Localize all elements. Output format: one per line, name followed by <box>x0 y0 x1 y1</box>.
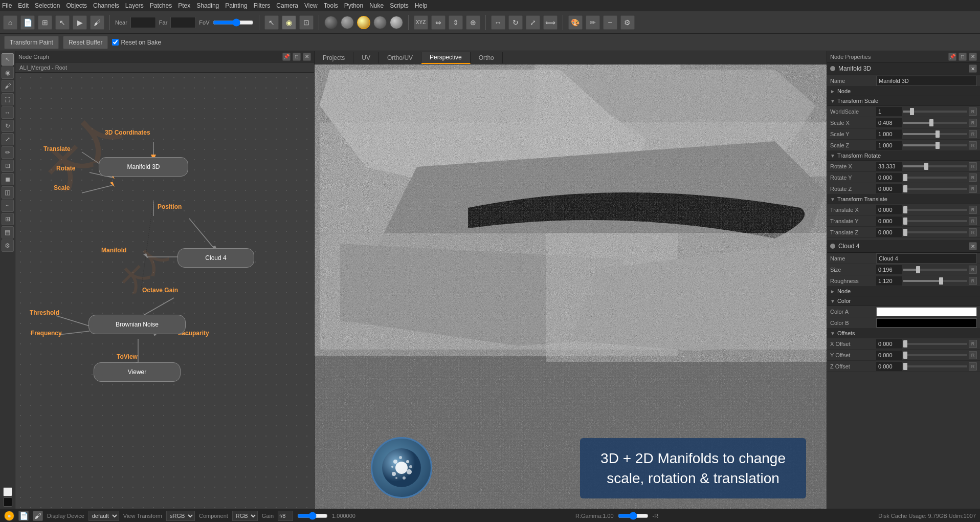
paint2-icon[interactable]: 🎨 <box>568 15 583 30</box>
rotate-x-slider[interactable] <box>903 163 967 170</box>
eraser-icon[interactable]: ✏ <box>586 15 600 30</box>
translate-z-input[interactable] <box>876 228 902 237</box>
menu-item-camera[interactable]: Camera <box>276 2 298 9</box>
scale-icon[interactable]: ⤢ <box>526 15 540 30</box>
menu-item-python[interactable]: Python <box>344 2 363 9</box>
tab-ortho[interactable]: Ortho <box>471 52 503 63</box>
node-section-header[interactable]: ► Node <box>827 86 980 96</box>
tool-pen[interactable]: ✏ <box>2 146 14 159</box>
translate-y-r[interactable]: R <box>969 217 977 225</box>
size-input[interactable] <box>876 265 902 274</box>
rotate-y-slider[interactable] <box>903 174 967 181</box>
menu-item-file[interactable]: File <box>2 2 12 9</box>
menu-item-view[interactable]: View <box>304 2 318 9</box>
menu-item-painting[interactable]: Painting <box>225 2 247 9</box>
tool-smear[interactable]: ~ <box>2 200 14 212</box>
sphere-brush[interactable] <box>390 16 403 29</box>
translate-z-slider[interactable] <box>903 229 967 236</box>
scale-z-input[interactable] <box>876 141 902 150</box>
tool-transform[interactable]: ↔ <box>2 106 14 119</box>
y-offset-input[interactable] <box>876 351 902 360</box>
node-viewer[interactable]: Viewer <box>94 362 181 382</box>
scale-y-r[interactable]: R <box>969 130 977 138</box>
cursor-icon[interactable]: ↖ <box>55 15 70 30</box>
roughness-r[interactable]: R <box>969 277 977 285</box>
menu-item-layers[interactable]: Layers <box>125 2 144 9</box>
name-input[interactable] <box>876 76 977 86</box>
translate-x-input[interactable] <box>876 205 902 214</box>
tool-paint[interactable]: ◉ <box>2 67 14 79</box>
node-panel-close[interactable]: ✕ <box>303 53 311 61</box>
y-offset-slider[interactable] <box>903 352 967 359</box>
x-offset-slider[interactable] <box>903 340 967 347</box>
menu-item-edit[interactable]: Edit <box>18 2 29 9</box>
tool-color-black[interactable] <box>3 497 12 507</box>
tool-brush[interactable]: 🖌 <box>2 80 14 92</box>
cloud4-name-input[interactable] <box>876 253 977 264</box>
reset-on-bake-checkbox[interactable]: Reset on Bake <box>112 39 161 46</box>
rotate-x-r[interactable]: R <box>969 162 977 170</box>
status-icon[interactable]: ● <box>4 511 14 521</box>
home-icon[interactable]: ⌂ <box>3 15 17 30</box>
component-select[interactable]: RGB <box>232 511 258 521</box>
menu-item-filters[interactable]: Filters <box>254 2 271 9</box>
x-offset-input[interactable] <box>876 339 902 349</box>
scale-z-r[interactable]: R <box>969 141 977 149</box>
file-icon[interactable]: 📄 <box>20 15 35 30</box>
cloud4-node-header[interactable]: ► Node <box>827 287 980 296</box>
world-scale-r[interactable]: R <box>969 107 977 116</box>
rotate-y-r[interactable]: R <box>969 173 977 182</box>
menu-item-help[interactable]: Help <box>415 2 428 9</box>
rotate-icon[interactable]: ↻ <box>508 15 523 30</box>
menu-item-tools[interactable]: Tools <box>324 2 338 9</box>
sphere-orange[interactable] <box>357 16 370 29</box>
transform-icon[interactable]: ↔ <box>491 15 505 30</box>
color-b-swatch[interactable] <box>876 318 977 328</box>
offsets-section-header[interactable]: ▼ Offsets <box>827 329 980 338</box>
scale-y-slider[interactable] <box>903 130 967 138</box>
tool-select[interactable]: ⬚ <box>2 93 14 105</box>
translate-y-slider[interactable] <box>903 217 967 225</box>
x-offset-r[interactable]: R <box>969 340 977 348</box>
menu-item-scripts[interactable]: Scripts <box>390 2 409 9</box>
settings-icon[interactable]: ⚙ <box>620 15 635 30</box>
sphere-dark[interactable] <box>324 16 338 29</box>
stamp-icon[interactable]: ⊡ <box>299 15 314 30</box>
node-cloud4[interactable]: Cloud 4 <box>177 248 254 268</box>
roughness-slider[interactable] <box>903 277 967 285</box>
menu-item-objects[interactable]: Objects <box>66 2 87 9</box>
brush-icon[interactable]: 🖌 <box>90 15 104 30</box>
tool-rotate[interactable]: ↻ <box>2 120 14 132</box>
paint-icon[interactable]: ◉ <box>282 15 296 30</box>
viewport-content[interactable]: 3D + 2D Manifolds to changescale, rotati… <box>315 64 827 509</box>
translate-x-slider[interactable] <box>903 206 967 213</box>
mirror-icon[interactable]: ⟺ <box>543 15 558 30</box>
menu-item-patches[interactable]: Patches <box>150 2 172 9</box>
menu-item-selection[interactable]: Selection <box>35 2 60 9</box>
tab-perspective[interactable]: Perspective <box>421 52 471 64</box>
tool-clone[interactable]: ⊡ <box>2 160 14 172</box>
node-panel-pin[interactable]: 📌 <box>282 53 291 61</box>
manifold3d-close[interactable]: ✕ <box>969 64 977 73</box>
tab-projects[interactable]: Projects <box>315 52 353 63</box>
tool-fill[interactable]: ◼ <box>2 173 14 185</box>
rotate-z-input[interactable] <box>876 184 902 193</box>
scale-x-input[interactable] <box>876 118 902 127</box>
tool-eraser[interactable]: ◫ <box>2 186 14 199</box>
xyz-icon[interactable]: XYZ <box>414 15 428 30</box>
scale-y-input[interactable] <box>876 129 902 139</box>
node-panel-maximize[interactable]: □ <box>293 53 301 61</box>
menu-item-nuke[interactable]: Nuke <box>369 2 384 9</box>
tool-scale[interactable]: ⤢ <box>2 133 14 145</box>
node-brownian-noise[interactable]: Brownian Noise <box>88 315 186 334</box>
props-close[interactable]: ✕ <box>969 53 977 61</box>
world-scale-slider[interactable] <box>903 108 967 115</box>
smear-icon[interactable]: ~ <box>603 15 617 30</box>
menu-item-ptex[interactable]: Ptex <box>178 2 190 9</box>
props-pin[interactable]: 📌 <box>948 53 956 61</box>
roughness-input[interactable] <box>876 276 902 286</box>
transform-scale-header[interactable]: ▼ Transform Scale <box>827 96 980 106</box>
fov-slider[interactable] <box>213 18 254 27</box>
translate-x-r[interactable]: R <box>969 206 977 214</box>
gain-value[interactable] <box>278 511 293 521</box>
